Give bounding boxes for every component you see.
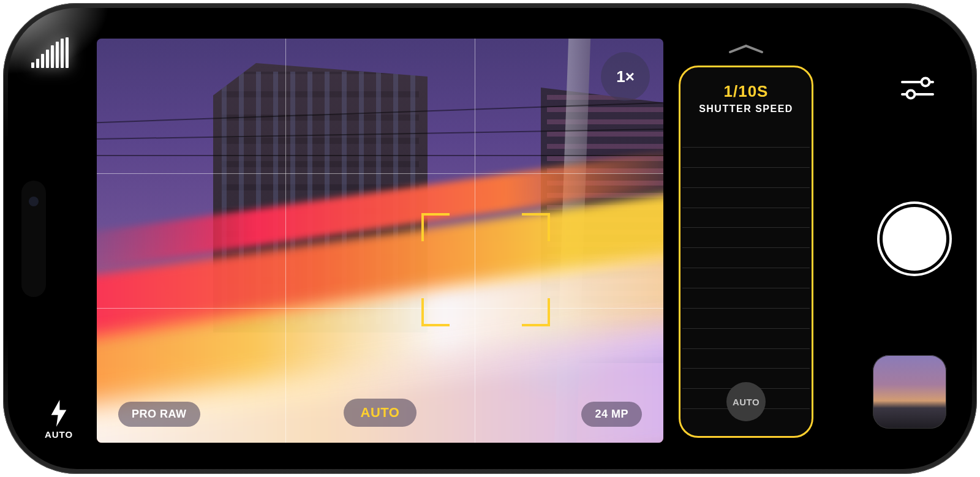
grid-line	[97, 173, 663, 174]
zoom-button[interactable]: 1×	[601, 52, 650, 101]
shutter-auto-label: AUTO	[733, 397, 760, 407]
shutter-button[interactable]	[883, 207, 946, 271]
format-label: PRO RAW	[132, 408, 187, 420]
viewfinder[interactable]: 1× PRO RAW AUTO 24 MP	[97, 39, 663, 443]
flash-toggle[interactable]: AUTO	[31, 400, 86, 440]
sliders-icon	[900, 74, 935, 102]
shutter-speed-label: SHUTTER SPEED	[680, 103, 812, 115]
settings-button[interactable]	[900, 74, 935, 102]
histogram-icon[interactable]	[31, 37, 86, 68]
focus-mode-button[interactable]: AUTO	[344, 399, 417, 427]
scene-preview	[97, 39, 663, 443]
shutter-speed-slider[interactable]: 1/10S SHUTTER SPEED AUTO	[679, 66, 813, 438]
format-button[interactable]: PRO RAW	[118, 402, 200, 427]
chevron-up-icon	[728, 43, 764, 54]
resolution-button[interactable]: 24 MP	[581, 402, 642, 427]
shutter-auto-button[interactable]: AUTO	[726, 382, 766, 421]
svg-point-3	[907, 91, 915, 99]
phone-frame: AUTO	[3, 3, 977, 474]
focus-reticle[interactable]	[421, 213, 550, 326]
focus-mode-label: AUTO	[361, 405, 400, 420]
svg-point-1	[922, 78, 930, 86]
shutter-speed-value: 1/10S	[680, 82, 812, 101]
notch	[21, 181, 46, 297]
flash-icon	[48, 400, 69, 427]
phone-screen: AUTO	[8, 8, 972, 469]
control-expand[interactable]	[679, 43, 813, 61]
last-photo-thumbnail[interactable]	[873, 355, 946, 429]
grid-line	[285, 39, 286, 443]
zoom-label: 1×	[616, 67, 635, 86]
control-header: 1/10S SHUTTER SPEED	[680, 67, 812, 126]
grid-line	[97, 308, 663, 309]
resolution-label: 24 MP	[595, 408, 628, 420]
flash-mode-label: AUTO	[45, 429, 73, 440]
